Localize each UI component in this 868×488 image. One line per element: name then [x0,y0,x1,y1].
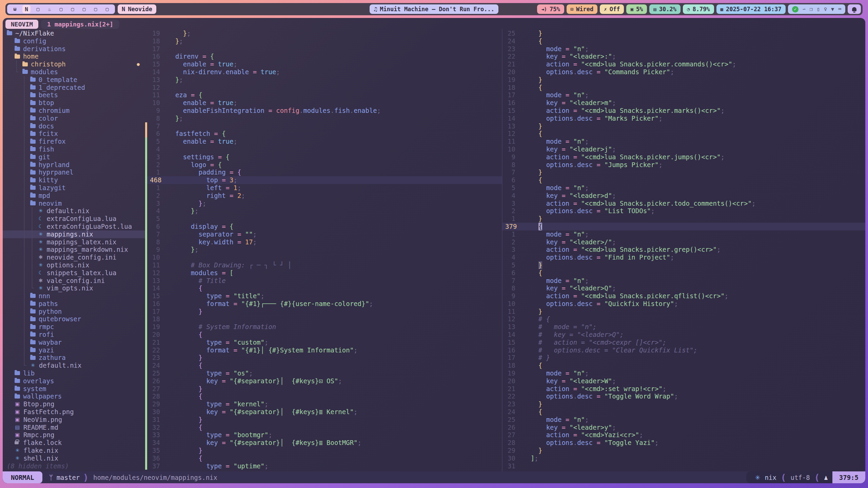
code-line[interactable]: 16 direnv = { [145,53,502,60]
tree-item[interactable]: │ 0_template [3,76,145,84]
code-line[interactable]: 30 key = "{#separator}│ {#keys}≣ Kernel"… [145,408,502,416]
tree-item[interactable]: ~/NixFlake [3,29,145,37]
code-line[interactable]: 1 padding = { [145,168,502,176]
code-line[interactable]: 18 }; [145,37,502,45]
code-line[interactable]: 28 { [145,392,502,400]
tree-item[interactable]: │ qutebrowser [3,315,145,323]
code-line[interactable]: 24 { [145,362,502,369]
code-line[interactable]: 18 { [502,362,865,369]
code-line[interactable]: 8 options.desc = "Jumps Picker"; [502,161,865,169]
code-line[interactable]: 5 } [502,261,865,269]
tree-item[interactable]: │ beets [3,91,145,99]
tree-item[interactable]: │ color [3,115,145,122]
code-line[interactable]: 3 settings = { [145,153,502,161]
module-bluetooth[interactable]: ✗Off [600,4,624,14]
workspace-9[interactable]: ▢ [101,6,113,12]
code-line[interactable]: 14 nix-direnv.enable = true; [145,68,502,76]
code-line[interactable]: 8 key.width = 17; [145,238,502,246]
tree-item[interactable]: └ ✳default.nix [3,362,145,369]
tree-item[interactable]: │ waybar [3,339,145,346]
code-line[interactable]: 19 } [502,76,865,84]
code-line[interactable]: 16 # options.desc = "Clear Quickfix List… [502,346,865,354]
code-line[interactable]: 2 logo = { [145,161,502,169]
code-line[interactable]: 15 # action = "<cmd>cexpr []<cr>"; [502,339,865,346]
code-pane-left[interactable]: 19 };18 };1716 direnv = {15 enable = tru… [145,29,502,471]
code-line[interactable]: 34 key = "{#separator}│ {#keys}≣ BootMGR… [145,439,502,447]
tree-item[interactable]: ▣FastFetch.png [3,408,145,416]
code-line[interactable]: 12 modules = [ [145,269,502,277]
code-line[interactable]: 10 options.desc = "Quickfix History"; [502,300,865,308]
code-line[interactable]: 15 action = "<cmd>lua Snacks.picker.mark… [502,107,865,115]
code-line[interactable]: 4 }; [145,207,502,215]
code-line[interactable]: 16 format = "{#1}┌─── {#}{user-name-colo… [145,300,502,308]
workspace-6[interactable]: ▢ [67,6,78,12]
tree-item[interactable]: ✳shell.nix [3,454,145,462]
tree-item[interactable]: │ │ ☾extraConfigLuaPost.lua [3,223,145,230]
code-line[interactable]: 17 # } [502,354,865,362]
code-line[interactable]: 6 display = { [145,223,502,230]
code-line[interactable]: 14 { [145,284,502,292]
workspace-4[interactable]: ♨ [44,6,55,12]
code-line[interactable]: 20 { [145,331,502,339]
workspace-8[interactable]: ▢ [90,6,101,12]
module-memory[interactable]: ▤30.2% [649,4,680,14]
code-line[interactable]: 32 { [145,424,502,431]
code-line[interactable]: 27 action = "<cmd>Yazi<cr>"; [502,431,865,439]
tree-item[interactable]: wallpapers [3,392,145,400]
music-widget[interactable]: ♫ Minuit Machine – Don't Run Fro... [370,4,498,14]
tree-item[interactable]: │ chromium [3,107,145,115]
code-line[interactable]: 11 # Box Drawing: ┌ ─ ┐ └ ┘ │ [145,261,502,269]
code-line[interactable]: 37 type = "uptime"; [145,462,502,470]
tree-item[interactable]: │ nnn [3,292,145,300]
tree-item[interactable]: │ │ ✳mappings.nix [3,230,145,238]
code-line[interactable]: 15 type = "title"; [145,292,502,300]
code-line[interactable]: 15 enable = true; [145,60,502,68]
code-line[interactable]: 11 mode = "n"; [502,138,865,145]
code-line[interactable]: 12 # { [502,315,865,323]
code-line[interactable]: 10 enable = true; [145,99,502,107]
code-line[interactable]: 31 } [145,416,502,424]
code-line[interactable]: 4 options.desc = "Find in Project"; [502,253,865,261]
code-line[interactable]: 18 [145,315,502,323]
code-line[interactable]: 20 key = "<leader>W"; [502,377,865,385]
tree-item[interactable]: │ │ ✳mappings_latex.nix [3,238,145,246]
code-line[interactable]: 11 eza = { [145,91,502,99]
tree-item[interactable]: lib [3,369,145,377]
code-line[interactable]: 19 mode = "n"; [502,369,865,377]
workspace-5[interactable]: ▢ [55,6,67,12]
tree-item[interactable]: flake.lock [3,439,145,447]
module-clock[interactable]: ▦2025-07-22 16:37 [716,4,786,14]
code-line[interactable]: 379 { [502,223,865,230]
code-line[interactable]: 7 separator = ""; [145,230,502,238]
code-line[interactable]: 9 enableFishIntegration = config.modules… [145,107,502,115]
buffer-tab[interactable]: 1 mappings.nix[2+] [41,20,119,29]
code-line[interactable]: 1 left = 1; [145,184,502,192]
tree-item[interactable]: │ paths [3,300,145,308]
code-line[interactable]: 25 } [502,29,865,37]
tree-item[interactable]: system [3,385,145,393]
key-icon[interactable]: ♀ [824,6,827,12]
code-line[interactable]: 16 key = "<leader>m"; [502,99,865,107]
code-line[interactable]: 28 options.desc = "Toggle Yazi"; [502,439,865,447]
tree-item[interactable]: │ hyprland [3,161,145,169]
code-line[interactable]: 21 action = "<cmd>lua Snacks.picker.comm… [502,60,865,68]
code-line[interactable]: 11 } [502,308,865,316]
tree-item[interactable]: │ │ ✱vale_config.ini [3,277,145,285]
tree-item[interactable]: ✳flake.nix [3,447,145,454]
tree-item[interactable]: │ 1_deprecated [3,84,145,92]
code-line[interactable]: 1 mode = "n"; [502,230,865,238]
workspace-3[interactable]: ▢ [32,6,44,12]
code-line[interactable]: 36 { [145,454,502,462]
tree-item[interactable]: derivations [3,45,145,53]
code-line[interactable]: 4 [145,145,502,153]
code-line[interactable]: 13 # mode = "n"; [502,323,865,331]
code-line[interactable]: 6 fastfetch = { [145,130,502,138]
code-line[interactable]: 4 key = "<leader>d"; [502,192,865,200]
code-line[interactable]: 35 } [145,447,502,454]
code-line[interactable]: 22 options.desc = "Toggle Word Wrap"; [502,392,865,400]
code-line[interactable]: 13 # Title [145,277,502,285]
code-line[interactable]: 14 # key = "<leader>Q"; [502,331,865,339]
code-line[interactable]: 23 } [145,354,502,362]
code-line[interactable]: 2 right = 2; [145,192,502,200]
workspace-1[interactable]: ω [9,6,21,12]
